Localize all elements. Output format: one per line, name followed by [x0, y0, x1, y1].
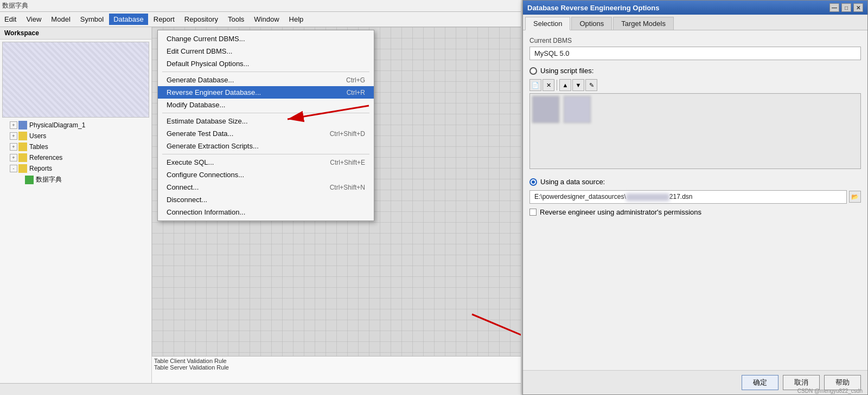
- script-item-2: [564, 96, 591, 123]
- separator-3: [162, 154, 369, 154]
- menu-generate-database[interactable]: Generate Database... Ctrl+G: [158, 74, 374, 86]
- checkbox-admin-row: Reverse engineer using administrator's p…: [529, 208, 861, 216]
- expand-icon-users[interactable]: +: [10, 132, 17, 140]
- app-window: 数据字典 Edit View Model Symbol Database Rep…: [0, 0, 521, 395]
- radio-datasource-group: Using a data source:: [529, 178, 861, 186]
- script-toolbar-separator: [557, 80, 557, 90]
- script-item-1: [532, 96, 559, 123]
- menu-default-physical[interactable]: Default Physical Options...: [158, 57, 374, 70]
- menu-database[interactable]: Database: [109, 14, 148, 25]
- radio-script-label: Using script files:: [540, 67, 593, 75]
- radio-datasource-label: Using a data source:: [540, 178, 605, 186]
- menu-tools[interactable]: Tools: [224, 14, 248, 25]
- table-list-item-2: Table Server Validation Rule: [154, 364, 519, 371]
- menu-connection-info[interactable]: Connection Information...: [158, 206, 374, 218]
- menu-change-dbms[interactable]: Change Current DBMS...: [158, 33, 374, 45]
- script-list-area: [529, 93, 861, 169]
- menu-window[interactable]: Window: [250, 14, 283, 25]
- script-remove-btn[interactable]: ✕: [542, 79, 554, 91]
- menu-repository[interactable]: Repository: [180, 14, 222, 25]
- datasource-path-row: E:\powerdesigner_datasources\217.dsn 📂: [529, 190, 861, 204]
- menu-edit-dbms[interactable]: Edit Current DBMS...: [158, 45, 374, 57]
- tree-label-tables: Tables: [29, 143, 48, 151]
- dialog-tabs: Selection Options Target Models: [523, 15, 867, 30]
- menu-bar: Edit View Model Symbol Database Report R…: [0, 12, 521, 27]
- credit-text: CSDN @mengyu822_csdn: [797, 388, 863, 394]
- datasource-browse-btn[interactable]: 📂: [849, 191, 861, 203]
- folder-icon-tables: [18, 143, 27, 151]
- script-toolbar: 📄 ✕ ▲ ▼ ✎: [529, 79, 861, 91]
- tree-label-users: Users: [29, 132, 46, 140]
- separator-1: [162, 72, 369, 72]
- dialog-close-btn[interactable]: ✕: [853, 3, 863, 12]
- menu-generate-extraction[interactable]: Generate Extraction Scripts...: [158, 140, 374, 152]
- radio-script[interactable]: [529, 67, 537, 75]
- current-dbms-group: Current DBMS MySQL 5.0: [529, 37, 861, 60]
- folder-icon-users: [18, 132, 27, 140]
- ok-button[interactable]: 确定: [742, 375, 778, 390]
- menu-reverse-engineer[interactable]: Reverse Engineer Database... Ctrl+R: [158, 86, 374, 99]
- tree-label-reports: Reports: [29, 165, 52, 172]
- title-bar: 数据字典: [0, 0, 521, 12]
- script-up-btn[interactable]: ▲: [559, 79, 571, 91]
- expand-icon-tables[interactable]: +: [10, 143, 17, 151]
- tree-label-shuzu-zidian: 数据字典: [36, 175, 62, 184]
- app-title: 数据字典: [2, 2, 28, 9]
- menu-report[interactable]: Report: [149, 14, 179, 25]
- dialog-restore-btn[interactable]: □: [841, 3, 851, 12]
- database-dropdown-menu: Change Current DBMS... Edit Current DBMS…: [157, 30, 374, 221]
- script-down-btn[interactable]: ▼: [572, 79, 584, 91]
- menu-execute-sql[interactable]: Execute SQL... Ctrl+Shift+E: [158, 156, 374, 169]
- sidebar: Workspace + PhysicalDiagram_1 + Users + …: [0, 27, 152, 392]
- dialog-title: Database Reverse Engineering Options: [527, 4, 659, 12]
- menu-model[interactable]: Model: [47, 14, 74, 25]
- expand-icon-reports[interactable]: -: [10, 165, 17, 172]
- dialog-title-buttons: — □ ✕: [829, 3, 863, 12]
- sidebar-title: Workspace: [0, 27, 151, 40]
- report-icon: [25, 176, 34, 184]
- tree-label-references: References: [29, 154, 62, 161]
- status-bar: [0, 383, 521, 395]
- current-dbms-value: MySQL 5.0: [529, 47, 861, 60]
- table-list-item-1: Table Client Validation Rule: [154, 358, 519, 364]
- menu-disconnect[interactable]: Disconnect...: [158, 193, 374, 206]
- menu-configure-connections[interactable]: Configure Connections...: [158, 169, 374, 181]
- menu-modify-database[interactable]: Modify Database...: [158, 99, 374, 111]
- menu-help[interactable]: Help: [285, 14, 308, 25]
- tree-item-reports[interactable]: - Reports: [0, 163, 151, 174]
- radio-datasource[interactable]: [529, 178, 537, 186]
- dialog-window: Database Reverse Engineering Options — □…: [522, 0, 868, 395]
- workspace-diagram-area: [2, 42, 149, 118]
- script-add-btn[interactable]: 📄: [529, 79, 541, 91]
- expand-icon-physicaldiagram[interactable]: +: [10, 121, 17, 129]
- bottom-table-list: Table Client Validation Rule Table Serve…: [152, 356, 521, 383]
- radio-script-group: Using script files:: [529, 67, 861, 75]
- tree-label-physicaldiagram: PhysicalDiagram_1: [29, 121, 85, 129]
- menu-symbol[interactable]: Symbol: [76, 14, 108, 25]
- separator-2: [162, 113, 369, 113]
- checkbox-admin[interactable]: [529, 209, 537, 216]
- menu-edit[interactable]: Edit: [0, 14, 21, 25]
- diagram-icon: [18, 121, 27, 129]
- script-edit-btn[interactable]: ✎: [585, 79, 597, 91]
- menu-connect[interactable]: Connect... Ctrl+Shift+N: [158, 181, 374, 193]
- tree-item-shuju-zidian[interactable]: 数据字典: [0, 174, 151, 185]
- datasource-path-input[interactable]: E:\powerdesigner_datasources\217.dsn: [529, 190, 847, 204]
- menu-generate-test[interactable]: Generate Test Data... Ctrl+Shift+D: [158, 127, 374, 140]
- menu-view[interactable]: View: [22, 14, 46, 25]
- dialog-minimize-btn[interactable]: —: [829, 3, 839, 12]
- folder-icon-references: [18, 153, 27, 162]
- tree-item-users[interactable]: + Users: [0, 131, 151, 141]
- menu-estimate-size[interactable]: Estimate Database Size...: [158, 115, 374, 127]
- tree-item-tables[interactable]: + Tables: [0, 141, 151, 152]
- dialog-body: Current DBMS MySQL 5.0 Using script file…: [523, 30, 867, 370]
- tree-item-references[interactable]: + References: [0, 152, 151, 163]
- expand-icon-references[interactable]: +: [10, 154, 17, 161]
- checkbox-admin-label: Reverse engineer using administrator's p…: [540, 208, 701, 216]
- tab-selection[interactable]: Selection: [525, 17, 570, 30]
- blurred-path: [626, 193, 669, 201]
- tab-options[interactable]: Options: [571, 17, 612, 30]
- folder-icon-reports: [18, 164, 27, 173]
- tree-item-physicaldiagram[interactable]: + PhysicalDiagram_1: [0, 120, 151, 131]
- tab-target-models[interactable]: Target Models: [613, 17, 674, 30]
